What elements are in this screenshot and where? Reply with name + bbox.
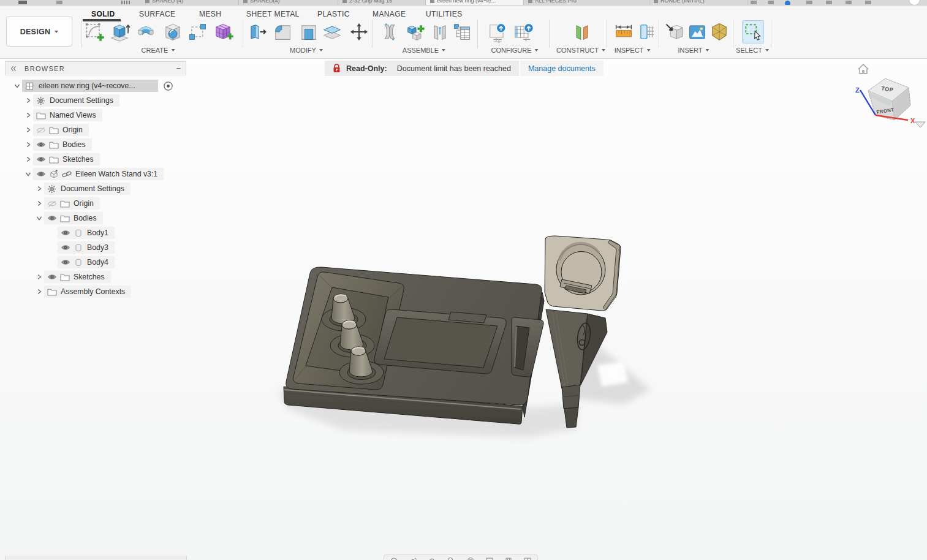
insert-mesh-icon[interactable]: [708, 20, 730, 44]
viewcube-menu-icon[interactable]: [915, 122, 925, 127]
fit-icon[interactable]: [466, 556, 475, 560]
browser-row[interactable]: Document Settings: [5, 181, 186, 196]
chevron-down-icon[interactable]: [23, 169, 33, 179]
ribbon-tab-surface[interactable]: SURFACE: [139, 10, 175, 18]
collapse-panel-icon[interactable]: [10, 66, 17, 72]
modify-group-menu[interactable]: MODIFY: [290, 47, 323, 54]
eye-icon[interactable]: [60, 243, 70, 252]
document-tab[interactable]: SHARED (4): [141, 0, 239, 5]
viewports-icon[interactable]: [523, 556, 532, 560]
create-group-menu[interactable]: CREATE: [142, 47, 175, 54]
browser-row[interactable]: Eileen Watch Stand v3:1: [5, 167, 186, 181]
eye-off-icon[interactable]: [47, 199, 57, 208]
chevron-right-icon[interactable]: [23, 140, 33, 149]
display-settings-icon[interactable]: [485, 556, 494, 560]
notification-icon[interactable]: [806, 1, 812, 4]
browser-row[interactable]: Body4: [5, 255, 186, 270]
watch-holder-plate[interactable]: [545, 236, 621, 311]
eye-icon[interactable]: [36, 170, 46, 179]
eye-icon[interactable]: [47, 273, 57, 282]
chevron-right-icon[interactable]: [34, 184, 44, 194]
browser-row[interactable]: Document Settings: [5, 93, 186, 108]
chevron-right-icon[interactable]: [23, 96, 33, 105]
chevron-right-icon[interactable]: [34, 272, 44, 282]
as-built-joint-icon[interactable]: [429, 20, 451, 44]
eye-off-icon[interactable]: [36, 126, 46, 135]
ribbon-tab-mesh[interactable]: MESH: [199, 10, 221, 18]
canvas-icon[interactable]: [686, 20, 708, 44]
app-menu-icon[interactable]: [18, 1, 27, 4]
fillet-icon[interactable]: [271, 20, 293, 44]
minimize-panel-button[interactable]: −: [176, 66, 181, 72]
create-sketch-icon[interactable]: [83, 20, 105, 44]
measure-icon[interactable]: [613, 20, 635, 44]
chevron-right-icon[interactable]: [34, 199, 44, 208]
eye-icon[interactable]: [36, 155, 46, 164]
select-group-menu[interactable]: SELECT: [736, 47, 769, 54]
eye-icon[interactable]: [60, 229, 70, 238]
configuration-table-icon[interactable]: [512, 20, 534, 44]
eye-icon[interactable]: [47, 214, 57, 223]
construct-group-menu[interactable]: CONSTRUCT: [556, 47, 605, 54]
ribbon-tab-manage[interactable]: MANAGE: [373, 10, 406, 18]
look-at-icon[interactable]: [409, 556, 417, 560]
ribbon-tab-solid[interactable]: SOLID: [91, 10, 115, 18]
viewcube[interactable]: TOP FRONT Z X: [855, 64, 925, 127]
construct-plane-icon[interactable]: [571, 20, 593, 44]
chevron-right-icon[interactable]: [23, 110, 33, 120]
chevron-right-icon[interactable]: [23, 154, 33, 164]
zoom-icon[interactable]: [447, 556, 455, 560]
document-tab[interactable]: RONDE (INITIAL): [649, 0, 747, 5]
browser-row[interactable]: Sketches: [5, 152, 186, 167]
shell-icon[interactable]: [298, 20, 320, 44]
design-workspace-dropdown[interactable]: DESIGN: [6, 17, 72, 47]
new-tab-icon[interactable]: [751, 1, 757, 4]
timeline-bar[interactable]: [5, 556, 187, 560]
extrude-icon[interactable]: [108, 20, 131, 44]
press-pull-icon[interactable]: [246, 20, 268, 44]
square-recess[interactable]: [374, 309, 507, 374]
document-tab[interactable]: SHARED(4): [239, 0, 338, 5]
document-tab[interactable]: eileen new ring (v4~re...: [426, 0, 524, 5]
chevron-right-icon[interactable]: [34, 287, 44, 297]
configure-group-menu[interactable]: CONFIGURE: [491, 47, 539, 54]
browser-row[interactable]: Body3: [5, 240, 186, 255]
ribbon-tab-utilities[interactable]: UTILITIES: [426, 10, 463, 18]
browser-row[interactable]: Assembly Contexts: [5, 284, 186, 299]
grid-layout-icon[interactable]: [504, 556, 513, 560]
file-menu-icon[interactable]: [56, 1, 62, 4]
select-tool-icon[interactable]: [742, 20, 764, 44]
create-form-icon[interactable]: [212, 20, 234, 44]
ribbon-tab-sheet-metal[interactable]: SHEET METAL: [246, 10, 300, 18]
browser-row[interactable]: Sketches: [5, 270, 186, 284]
browser-row[interactable]: Origin: [5, 123, 186, 137]
document-tab[interactable]: 2-32 Grip Mag 15: [338, 0, 426, 5]
browser-row[interactable]: Bodies: [5, 211, 186, 225]
insert-group-menu[interactable]: INSERT: [678, 47, 709, 54]
job-status-icon[interactable]: [785, 1, 790, 6]
configure-design-icon[interactable]: [486, 20, 508, 44]
browser-row[interactable]: eileen new ring (v4~recove...: [5, 78, 186, 93]
revolve-icon[interactable]: [135, 20, 157, 44]
document-tab[interactable]: ALL PIECES Pro: [524, 0, 649, 5]
extension-icon[interactable]: [768, 1, 774, 4]
manage-documents-link[interactable]: Manage documents: [528, 64, 596, 73]
avatar[interactable]: [909, 0, 920, 6]
insert-derive-icon[interactable]: [664, 20, 686, 44]
browser-row[interactable]: Origin: [5, 196, 186, 211]
slot-recess[interactable]: [512, 317, 543, 377]
assemble-group-menu[interactable]: ASSEMBLE: [403, 47, 445, 54]
browser-row[interactable]: Body1: [5, 225, 186, 240]
new-component-icon[interactable]: [404, 20, 426, 44]
pan-icon[interactable]: [428, 556, 436, 560]
account-menu-icon[interactable]: [865, 1, 871, 4]
orbit-icon[interactable]: [390, 556, 398, 560]
component-from-bodies-icon[interactable]: [451, 20, 473, 44]
ribbon-tab-plastic[interactable]: PLASTIC: [317, 10, 350, 18]
home-icon[interactable]: [858, 64, 868, 74]
chevron-down-icon[interactable]: [12, 81, 22, 91]
move-icon[interactable]: [348, 20, 370, 44]
offset-faces-icon[interactable]: [321, 20, 343, 44]
box-primitive-icon[interactable]: [187, 20, 209, 44]
inspect-group-menu[interactable]: INSPECT: [615, 47, 651, 54]
